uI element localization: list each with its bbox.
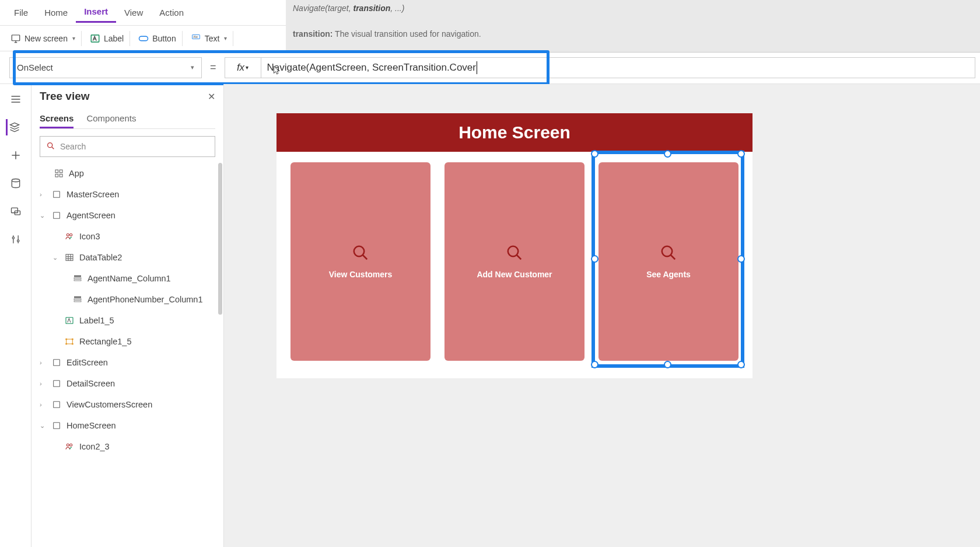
node-agentphone-col[interactable]: AgentPhoneNumber_Column1 (40, 289, 215, 310)
hint-desc-text: The visual transition used for navigatio… (332, 29, 481, 39)
text-button[interactable]: Abc Text ▾ (185, 31, 234, 46)
svg-rect-22 (60, 170, 62, 173)
tree-view-rail-icon[interactable] (6, 119, 22, 135)
text-caret (477, 61, 477, 74)
sig-bold: transition (354, 4, 391, 13)
svg-rect-21 (55, 170, 58, 173)
svg-point-43 (72, 339, 73, 340)
svg-point-50 (66, 444, 69, 446)
node-label: AgentPhoneNumber_Column1 (88, 295, 203, 304)
node-agentname-col[interactable]: AgentName_Column1 (40, 268, 215, 289)
chevron-right-icon[interactable]: › (40, 191, 47, 198)
chevron-right-icon[interactable]: › (40, 359, 47, 366)
hamburger-icon[interactable] (8, 91, 24, 107)
svg-rect-26 (54, 212, 60, 219)
new-screen-button[interactable]: New screen ▾ (5, 31, 82, 46)
svg-rect-34 (74, 276, 81, 277)
svg-line-53 (363, 255, 368, 260)
plus-icon[interactable] (8, 147, 24, 163)
column-icon (72, 294, 83, 305)
column-icon (72, 273, 83, 284)
node-label: App (69, 169, 84, 178)
button-button[interactable]: Button (132, 31, 182, 46)
node-label15[interactable]: Label1_5 (40, 310, 215, 331)
node-masterscreen[interactable]: › MasterScreen (40, 184, 215, 205)
canvas-body: View Customers Add New Customer See Agen… (276, 152, 752, 378)
hint-desc-label: transition: (293, 29, 332, 39)
canvas-area[interactable]: Home Screen View Customers Add New Custo… (224, 84, 980, 547)
fx-button[interactable]: fx ▾ (225, 57, 261, 78)
sig-post: , ...) (390, 4, 404, 13)
svg-point-52 (354, 246, 365, 257)
label-icon (90, 33, 100, 44)
chevron-down-icon: ▾ (191, 64, 194, 71)
svg-point-19 (48, 142, 52, 147)
node-homescreen[interactable]: ⌄ HomeScreen (40, 415, 215, 436)
tab-screens[interactable]: Screens (40, 110, 74, 128)
svg-point-27 (66, 234, 69, 236)
node-datatable2[interactable]: ⌄ DataTable2 (40, 247, 215, 268)
property-selector[interactable]: OnSelect ▾ (9, 57, 202, 78)
formula-input[interactable]: Navigate(AgentScreen, ScreenTransition.C… (261, 57, 975, 78)
node-agentscreen[interactable]: ⌄ AgentScreen (40, 205, 215, 226)
settings-icon[interactable] (8, 231, 24, 248)
tree-view-title: Tree view (40, 90, 215, 103)
tree-view-panel: Tree view ✕ Screens Components Search Ap… (32, 84, 224, 547)
media-icon[interactable] (8, 203, 24, 220)
menu-view[interactable]: View (116, 4, 151, 21)
menu-insert[interactable]: Insert (76, 3, 116, 23)
card-see-agents[interactable]: See Agents (598, 162, 738, 361)
svg-rect-38 (74, 299, 81, 300)
data-icon[interactable] (8, 175, 24, 191)
node-detailscreen[interactable]: › DetailScreen (40, 373, 215, 394)
node-label: Rectangle1_5 (79, 337, 132, 346)
chevron-down-icon[interactable]: ⌄ (52, 254, 60, 262)
node-app[interactable]: App (40, 163, 215, 184)
chevron-down-icon[interactable]: ⌄ (40, 212, 47, 220)
text-icon: Abc (191, 33, 201, 44)
menu-action[interactable]: Action (151, 4, 192, 21)
search-icon (46, 141, 55, 152)
search-input[interactable]: Search (40, 136, 215, 157)
svg-rect-37 (74, 297, 81, 298)
formula-intellisense: Navigate(target, transition, ...) transi… (286, 0, 980, 53)
svg-text:Abc: Abc (193, 35, 198, 38)
node-viewcustomersscreen[interactable]: › ViewCustomersScreen (40, 394, 215, 415)
node-editscreen[interactable]: › EditScreen (40, 352, 215, 373)
canvas-header[interactable]: Home Screen (276, 113, 752, 152)
svg-point-18 (17, 240, 19, 242)
node-icon23[interactable]: Icon2_3 (40, 436, 215, 457)
scrollbar-thumb[interactable] (218, 163, 222, 315)
screen-icon (10, 33, 21, 44)
chevron-down-icon: ▾ (72, 35, 75, 41)
equals-sign: = (210, 61, 216, 74)
label-button[interactable]: Label (84, 31, 130, 46)
menu-home[interactable]: Home (36, 4, 76, 21)
card-add-new-customer[interactable]: Add New Customer (444, 162, 584, 361)
card-view-customers[interactable]: View Customers (290, 162, 430, 361)
formula-value: Navigate(AgentScreen, ScreenTransition.C… (267, 62, 476, 74)
svg-rect-47 (54, 381, 60, 387)
tab-components[interactable]: Components (86, 110, 136, 128)
chevron-right-icon[interactable]: › (40, 380, 47, 387)
text-btn-text: Text (205, 34, 220, 43)
node-label: AgentName_Column1 (88, 274, 171, 283)
formula-bar: OnSelect ▾ = fx ▾ Navigate(AgentScreen, … (0, 51, 980, 84)
node-label: AgentScreen (66, 211, 116, 220)
svg-point-56 (662, 246, 673, 257)
people-icon (64, 231, 75, 242)
search-placeholder: Search (60, 142, 86, 151)
svg-rect-48 (54, 402, 60, 408)
chevron-down-icon[interactable]: ⌄ (40, 422, 47, 430)
screen-outline-icon (51, 420, 62, 431)
menu-file[interactable]: File (6, 4, 36, 21)
chevron-right-icon[interactable]: › (40, 401, 47, 408)
screen-outline-icon (51, 378, 62, 389)
svg-rect-35 (74, 278, 81, 279)
node-rectangle15[interactable]: Rectangle1_5 (40, 331, 215, 352)
close-icon[interactable]: ✕ (208, 91, 215, 102)
fx-label: fx (237, 62, 244, 74)
magnifier-icon (352, 244, 369, 262)
node-icon3[interactable]: Icon3 (40, 226, 215, 247)
card-label: See Agents (646, 270, 691, 279)
